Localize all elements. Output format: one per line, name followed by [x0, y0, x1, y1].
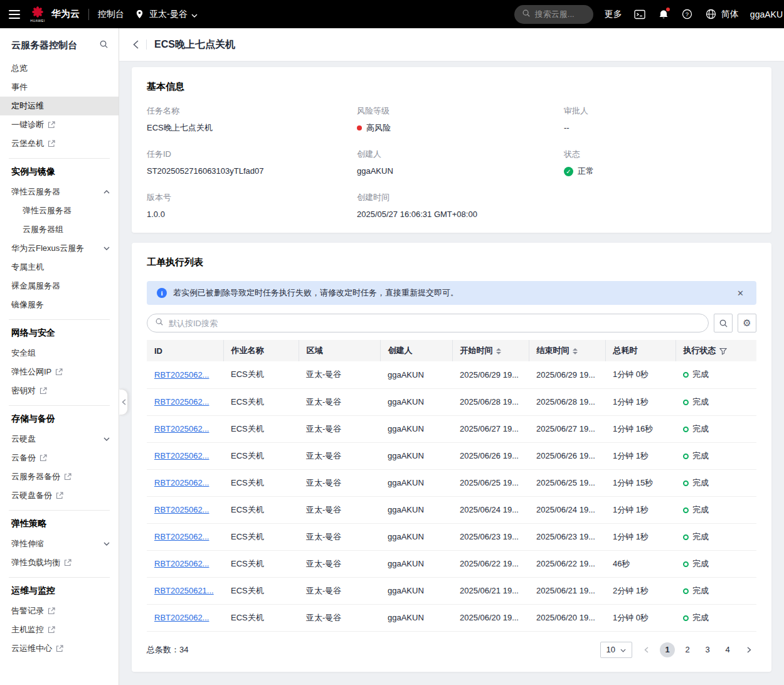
info-field-value: -- [564, 122, 756, 132]
help-icon[interactable]: ? [681, 8, 694, 21]
external-link-icon [48, 121, 55, 129]
language-selector[interactable]: 简体 [705, 8, 739, 21]
page-size-select[interactable]: 10 [600, 642, 632, 658]
info-field-label: 版本号 [147, 192, 357, 203]
sidebar-item[interactable]: 弹性云服务器 [0, 201, 119, 220]
row-status: 完成 [675, 604, 756, 631]
sidebar-item[interactable]: 云运维中心 [0, 639, 119, 658]
sidebar-item-label: 一键诊断 [11, 119, 44, 130]
sidebar-item[interactable]: 云硬盘 [0, 430, 119, 449]
page-number[interactable]: 1 [660, 642, 675, 657]
sidebar-item[interactable]: 告警记录 [0, 602, 119, 620]
page-number[interactable]: 4 [720, 642, 735, 657]
row-id-link[interactable]: RBT2025062... [147, 604, 223, 631]
sidebar-item[interactable]: 专属主机 [0, 258, 119, 277]
notifications-bell-icon[interactable] [657, 8, 670, 21]
sidebar-item[interactable]: 一键诊断 [0, 115, 119, 134]
sidebar-item[interactable]: 弹性负载均衡 [0, 553, 119, 572]
row-creator: ggaAKUN [380, 469, 452, 496]
page-number[interactable]: 2 [680, 642, 695, 657]
sidebar-item[interactable]: 安全组 [0, 344, 119, 363]
sidebar-item[interactable]: 事件 [0, 78, 119, 97]
username[interactable]: ggaAKU [750, 9, 783, 19]
row-region: 亚太-曼谷 [299, 415, 380, 442]
row-id-link[interactable]: RBT2025062... [147, 415, 223, 442]
global-search[interactable]: 搜索云服... [514, 5, 593, 24]
info-field: 审批人-- [564, 105, 756, 134]
row-id-link[interactable]: RBT2025062... [147, 496, 223, 523]
sidebar-item[interactable]: 裸金属服务器 [0, 277, 119, 295]
globe-icon [705, 8, 718, 21]
sidebar-title: 云服务器控制台 [11, 40, 77, 51]
row-region: 亚太-曼谷 [299, 361, 380, 388]
row-duration: 1分钟 15秒 [605, 469, 675, 496]
back-button[interactable] [133, 40, 139, 49]
row-status-label: 完成 [692, 424, 709, 433]
row-id-link[interactable]: RBT20250621... [147, 577, 223, 604]
sidebar-item[interactable]: 总览 [0, 59, 119, 78]
region-selector[interactable]: 亚太-曼谷 [133, 8, 198, 21]
sidebar-item[interactable]: 华为云Flexus云服务 [0, 239, 119, 258]
row-creator: ggaAKUN [380, 496, 452, 523]
console-link[interactable]: 控制台 [98, 9, 124, 20]
sidebar-item-label: 云服务器备份 [11, 471, 60, 482]
huawei-logo[interactable]: HUAWEI 华为云 [29, 6, 80, 23]
info-field-label: 任务ID [147, 149, 357, 160]
external-link-icon [48, 626, 55, 634]
hamburger-menu-icon[interactable] [9, 10, 20, 19]
sidebar-item[interactable]: 弹性云服务器 [0, 183, 119, 201]
table-search-box[interactable] [147, 314, 709, 332]
sidebar-item[interactable]: 云服务器组 [0, 220, 119, 239]
row-duration: 1分钟 1秒 [605, 496, 675, 523]
row-duration: 46秒 [605, 550, 675, 577]
more-link[interactable]: 更多 [605, 9, 622, 20]
sidebar-section-title: 存储与备份 [0, 406, 119, 430]
settings-gear-button[interactable]: ⚙ [738, 314, 756, 332]
sidebar-collapse-handle[interactable] [119, 389, 128, 415]
row-job-name: ECS关机 [223, 604, 299, 631]
basic-info-card: 基本信息 任务名称ECS晚上七点关机风险等级高风险审批人--任务IDST2025… [132, 67, 771, 233]
status-success-icon [683, 427, 689, 432]
sidebar-item[interactable]: 密钥对 [0, 381, 119, 400]
page-number[interactable]: 3 [700, 642, 715, 657]
row-creator: ggaAKUN [380, 388, 452, 415]
sidebar-search-icon[interactable] [99, 40, 109, 51]
row-status: 完成 [675, 577, 756, 604]
sort-icon[interactable] [573, 348, 578, 354]
row-status: 完成 [675, 469, 756, 496]
row-region: 亚太-曼谷 [299, 442, 380, 469]
sidebar-item[interactable]: 弹性伸缩 [0, 534, 119, 553]
row-creator: ggaAKUN [380, 442, 452, 469]
prev-page-button[interactable] [638, 642, 654, 657]
sidebar-item[interactable]: 弹性公网IP [0, 363, 119, 381]
sidebar-item[interactable]: 定时运维 [0, 97, 119, 115]
row-id-link[interactable]: RBT2025062... [147, 469, 223, 496]
sidebar-item[interactable]: 云硬盘备份 [0, 486, 119, 505]
table-row: RBT20250621...ECS关机亚太-曼谷ggaAKUN2025/06/2… [147, 577, 756, 604]
table-row: RBT2025062...ECS关机亚太-曼谷ggaAKUN2025/06/20… [147, 604, 756, 631]
row-id-link[interactable]: RBT2025062... [147, 550, 223, 577]
row-end-time: 2025/06/29 19... [529, 361, 605, 388]
row-id-link[interactable]: RBT2025062... [147, 361, 223, 388]
sort-icon[interactable] [496, 348, 501, 354]
external-link-icon [48, 607, 55, 615]
sidebar-item[interactable]: 云备份 [0, 449, 119, 467]
next-page-button[interactable] [741, 642, 756, 657]
row-id-link[interactable]: RBT2025062... [147, 442, 223, 469]
cli-terminal-icon[interactable] [633, 8, 646, 21]
row-job-name: ECS关机 [223, 469, 299, 496]
sidebar-item[interactable]: 云服务器备份 [0, 467, 119, 486]
filter-icon[interactable] [719, 348, 727, 355]
sidebar-item[interactable]: 主机监控 [0, 620, 119, 639]
sidebar-item[interactable]: 云堡垒机 [0, 134, 119, 153]
row-id-link[interactable]: RBT2025062... [147, 523, 223, 550]
table-search-input[interactable] [169, 319, 701, 328]
sidebar-item[interactable]: 镜像服务 [0, 295, 119, 314]
topbar: HUAWEI 华为云 控制台 亚太-曼谷 搜索云服... 更多 ? [0, 0, 784, 28]
banner-close-icon[interactable]: ✕ [734, 289, 746, 298]
row-status: 完成 [675, 415, 756, 442]
search-button[interactable] [714, 314, 733, 332]
row-id-link[interactable]: RBT2025062... [147, 388, 223, 415]
sidebar-item-label: 云服务器组 [23, 224, 63, 235]
status-success-icon [683, 534, 689, 540]
